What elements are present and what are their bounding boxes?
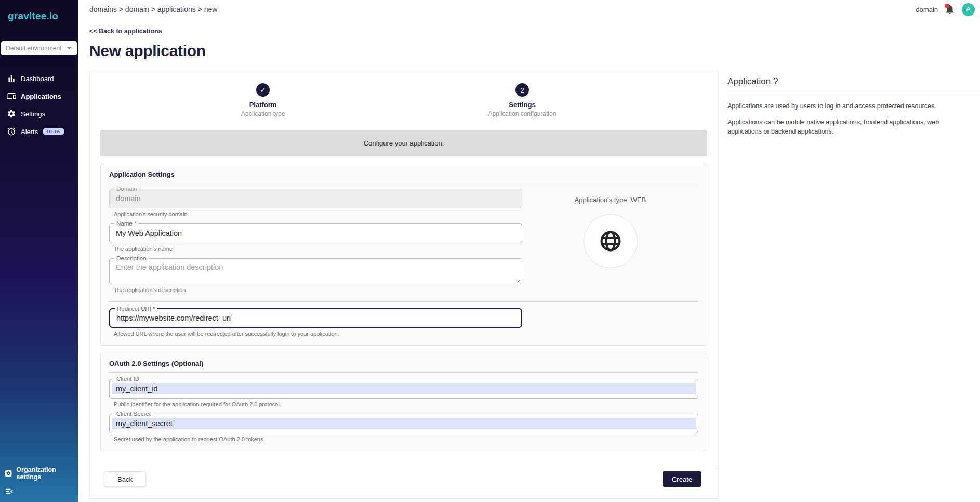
field-value: My Web Application xyxy=(116,229,182,237)
field-label: Client Secret xyxy=(114,411,153,417)
help-paragraph: Applications are used by users to log in… xyxy=(727,101,980,111)
name-input[interactable]: Name * My Web Application xyxy=(109,223,522,243)
redirect-uri-input[interactable]: Redirect URI * https://mywebsite.com/red… xyxy=(109,308,522,328)
devices-icon xyxy=(7,91,16,101)
sidebar-item-alerts[interactable]: Alerts BETA xyxy=(0,123,78,140)
alarm-icon xyxy=(7,127,16,136)
help-panel-divider xyxy=(727,94,980,94)
autofill-highlight: my_client_id xyxy=(112,383,696,394)
chevron-down-icon xyxy=(67,47,72,49)
step-label: Platform xyxy=(201,101,325,109)
step-sublabel: Application type xyxy=(201,110,325,117)
field-label: Description xyxy=(114,255,149,262)
bar-chart-icon xyxy=(7,74,16,83)
application-type-avatar xyxy=(584,214,638,268)
organization-settings-item[interactable]: Organization settings xyxy=(0,463,78,485)
menu-collapse-icon xyxy=(5,487,14,496)
resize-handle[interactable] xyxy=(515,278,520,282)
topbar: domains > domain > applications > new do… xyxy=(78,0,980,19)
configure-banner: Configure your application. xyxy=(100,130,707,156)
redirect-uri-hint: Allowed URL where the user will be redir… xyxy=(114,331,698,337)
help-paragraph: Applications can be mobile native applic… xyxy=(727,117,980,136)
client-id-hint: Public identifier for the application re… xyxy=(114,401,698,407)
field-placeholder: Enter the application description xyxy=(116,263,223,271)
field-label: Client ID xyxy=(114,376,141,382)
back-to-applications-link[interactable]: << Back to applications xyxy=(89,28,162,35)
domain-hint: Application's security domain. xyxy=(114,211,522,217)
wizard-card: ✓ 2 Platform Application type Settings A… xyxy=(89,71,718,499)
gear-icon xyxy=(7,109,16,118)
client-secret-hint: Secret used by the application to reques… xyxy=(114,436,698,442)
app-root: gravitee.io Default environment Dashboar… xyxy=(0,0,980,502)
sidebar-item-dashboard[interactable]: Dashboard xyxy=(0,70,78,87)
sidebar-item-label: Alerts xyxy=(21,128,38,136)
field-label: Domain xyxy=(114,186,139,192)
sidebar-item-label: Dashboard xyxy=(21,75,54,83)
page-content: << Back to applications New application … xyxy=(78,19,980,499)
organization-settings-label: Organization settings xyxy=(16,466,76,481)
body-row: ✓ 2 Platform Application type Settings A… xyxy=(89,71,980,499)
help-panel: Application ? Applications are used by u… xyxy=(727,71,980,143)
section-title: Application Settings xyxy=(109,170,698,183)
oauth-settings-section: OAuth 2.0 Settings (Optional) Client ID … xyxy=(100,353,707,451)
step-platform-labels: Platform Application type xyxy=(201,101,325,117)
sidebar-item-settings[interactable]: Settings xyxy=(0,105,78,123)
globe-icon xyxy=(598,229,623,254)
client-id-input[interactable]: Client ID my_client_id xyxy=(109,379,698,399)
field-value: domain xyxy=(116,194,141,203)
sidebar-item-label: Applications xyxy=(21,93,61,100)
step-settings-labels: Settings Application configuration xyxy=(460,101,585,117)
avatar[interactable]: A xyxy=(962,3,975,16)
sidebar-footer: Organization settings xyxy=(0,463,78,500)
section-divider xyxy=(109,301,698,302)
autofill-highlight: my_client_secret xyxy=(112,418,696,429)
create-button[interactable]: Create xyxy=(663,471,701,487)
field-value: https://mywebsite.com/redirect_uri xyxy=(116,314,231,322)
sidebar-item-label: Settings xyxy=(21,110,45,118)
field-label: Redirect URI * xyxy=(115,306,157,312)
notifications-button[interactable] xyxy=(944,4,956,15)
section-title: OAuth 2.0 Settings (Optional) xyxy=(109,360,698,373)
stepper: ✓ 2 Platform Application type Settings A… xyxy=(90,71,718,122)
step-settings-circle[interactable]: 2 xyxy=(515,83,529,97)
redirect-fields: Redirect URI * https://mywebsite.com/red… xyxy=(109,308,522,328)
application-settings-section: Application Settings Domain domain Appli… xyxy=(100,164,707,346)
sidebar: gravitee.io Default environment Dashboar… xyxy=(0,0,78,502)
description-hint: The application's description xyxy=(114,287,522,293)
sidebar-nav: Dashboard Applications Settings Alerts xyxy=(0,70,78,140)
help-panel-title: Application ? xyxy=(727,76,980,87)
description-textarea[interactable]: Description Enter the application descri… xyxy=(109,258,522,284)
field-label: Name * xyxy=(114,220,138,227)
step-label: Settings xyxy=(460,101,585,109)
domain-input: Domain domain xyxy=(109,189,522,208)
step-sublabel: Application configuration xyxy=(460,110,585,117)
current-domain-label: domain xyxy=(916,6,938,14)
environment-select-value: Default environment xyxy=(6,45,61,52)
topbar-right: domain A xyxy=(916,3,975,16)
org-gear-icon xyxy=(5,469,12,478)
back-button[interactable]: Back xyxy=(104,471,146,487)
step-platform-circle[interactable]: ✓ xyxy=(256,83,270,97)
main-area: domains > domain > applications > new do… xyxy=(78,0,980,502)
application-type-label: Application's type: WEB xyxy=(575,196,646,204)
collapse-sidebar-button[interactable] xyxy=(0,485,18,500)
page-title: New application xyxy=(89,42,980,60)
beta-badge: BETA xyxy=(43,128,64,135)
environment-select[interactable]: Default environment xyxy=(1,41,77,55)
name-hint: The application's name xyxy=(114,246,522,252)
sidebar-item-applications[interactable]: Applications xyxy=(0,87,78,105)
application-type-column: Application's type: WEB xyxy=(522,183,698,293)
field-value: my_client_secret xyxy=(116,419,173,428)
client-secret-input[interactable]: Client Secret my_client_secret xyxy=(109,414,698,433)
settings-row: Domain domain Application's security dom… xyxy=(109,183,698,293)
actions-bar: Back Create xyxy=(90,467,718,487)
field-value: my_client_id xyxy=(116,385,158,393)
gravitee-logo[interactable]: gravitee.io xyxy=(0,0,78,22)
notification-dot xyxy=(945,4,949,8)
breadcrumb[interactable]: domains > domain > applications > new xyxy=(89,5,217,14)
stepper-connector xyxy=(274,90,512,90)
fields-column: Domain domain Application's security dom… xyxy=(109,183,522,293)
